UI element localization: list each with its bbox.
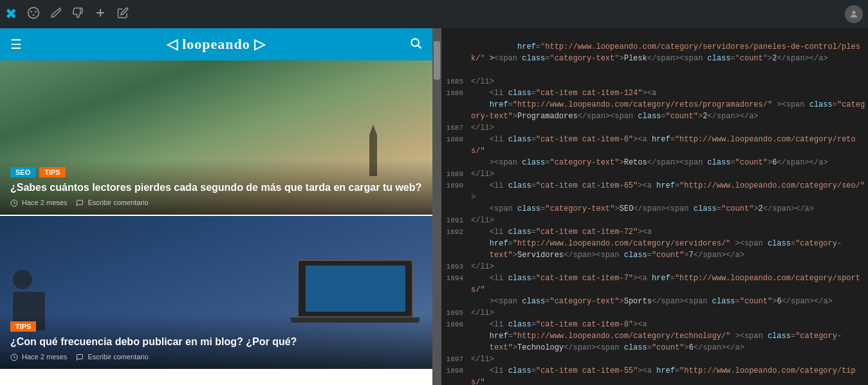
code-panel: href="http://www.loopeando.com/category/…	[441, 28, 868, 385]
code-line: 1686 <li class="cat-item cat-item-124"><…	[441, 87, 868, 99]
line-content: <span class="category-text">SEO</span><s…	[471, 203, 865, 215]
line-content: href="http://www.loopeando.com/category/…	[471, 330, 865, 342]
line-number: 1693	[444, 261, 471, 273]
line-content: text">Technology</span><span class="coun…	[471, 342, 865, 354]
article-card-1[interactable]: SEO TIPS ¿Sabes cuántos lectores pierdes…	[0, 60, 432, 215]
line-number: 1689	[444, 168, 471, 180]
line-number: 1685	[444, 76, 471, 87]
quill-icon[interactable]	[50, 7, 62, 22]
scrollbar-divider[interactable]	[432, 28, 441, 385]
pencil-icon[interactable]	[117, 7, 129, 22]
article-meta-1: Hace 2 meses Escribir comentario	[10, 199, 422, 207]
svg-line-8	[418, 45, 421, 48]
line-content: </li>	[471, 76, 865, 87]
palette-icon[interactable]	[27, 6, 40, 22]
article-comment-1: Escribir comentario	[76, 199, 148, 207]
code-line: 1696 <li class="cat-item cat-item-8"><a	[441, 319, 868, 330]
line-content: </li>	[471, 261, 865, 273]
scrollbar-thumb[interactable]	[434, 41, 440, 80]
line-content: <li class="cat-item cat-item-6"><a href=…	[471, 134, 865, 157]
code-content[interactable]: href="http://www.loopeando.com/category/…	[441, 28, 868, 385]
article-tags-1: SEO TIPS	[10, 167, 422, 177]
line-number: 1691	[444, 215, 471, 226]
line-content: <li class="cat-item cat-item-65"><a href…	[471, 180, 865, 203]
code-line: 1693</li>	[441, 261, 868, 273]
article-time-1: Hace 2 meses	[10, 199, 67, 207]
code-line: href="http://www.loopeando.com/category/…	[441, 238, 868, 249]
code-line: 1698 <li class="cat-item cat-item-55"><a…	[441, 365, 868, 385]
article-card-2[interactable]: TIPS ¿Con qué frecuencia debo publicar e…	[0, 215, 432, 369]
line-number: 1698	[444, 365, 471, 377]
article-tags-2: TIPS	[10, 321, 422, 332]
line-content: <li class="cat-item cat-item-8"><a	[471, 319, 865, 330]
line-content: <li class="cat-item cat-item-7"><a href=…	[471, 273, 865, 296]
tag-seo[interactable]: SEO	[10, 167, 35, 177]
code-line: 1690 <li class="cat-item cat-item-65"><a…	[441, 180, 868, 203]
code-line: 1685</li>	[441, 76, 868, 87]
code-line: 1694 <li class="cat-item cat-item-7"><a …	[441, 273, 868, 296]
line-content: <li class="cat-item cat-item-72"><a	[471, 226, 865, 238]
line-content: </li>	[471, 168, 865, 180]
plus-icon[interactable]	[94, 6, 107, 22]
code-line-pre: href="http://www.loopeando.com/category/…	[441, 30, 868, 76]
line-number: 1697	[444, 354, 471, 365]
line-number: 1686	[444, 87, 471, 99]
code-line: 1697</li>	[441, 354, 868, 365]
line-content: text">Servidores</span><span class="coun…	[471, 249, 865, 261]
code-line: text">Technology</span><span class="coun…	[441, 342, 868, 354]
article-title-2: ¿Con qué frecuencia debo publicar en mi …	[10, 336, 422, 349]
code-line: 1689</li>	[441, 168, 868, 180]
line-number: 1692	[444, 226, 471, 238]
line-content: <li class="cat-item cat-item-124"><a	[471, 87, 865, 99]
hamburger-icon[interactable]: ☰	[10, 37, 22, 52]
svg-point-0	[28, 7, 39, 18]
line-number: 1687	[444, 122, 471, 134]
line-content: </li>	[471, 215, 865, 226]
svg-point-1	[30, 11, 32, 12]
tag-tips-2[interactable]: TIPS	[10, 321, 36, 332]
line-number: 1696	[444, 319, 471, 330]
line-number: 1690	[444, 180, 471, 192]
code-line: 1691</li>	[441, 215, 868, 226]
code-line: ><span class="category-text">Sports</spa…	[441, 296, 868, 307]
line-content: </li>	[471, 122, 865, 134]
code-line: 1695</li>	[441, 307, 868, 319]
search-icon[interactable]	[409, 37, 422, 53]
article-title-1: ¿Sabes cuántos lectores pierdes cada seg…	[10, 181, 422, 195]
article-meta-2: Hace 2 meses Escribir comentario	[10, 353, 422, 361]
line-number: 1688	[444, 134, 471, 145]
line-content: </li>	[471, 354, 865, 365]
article-time-2: Hace 2 meses	[10, 353, 67, 361]
code-line: 1688 <li class="cat-item cat-item-6"><a …	[441, 134, 868, 157]
tag-tips[interactable]: TIPS	[39, 167, 65, 177]
line-content: ><span class="category-text">Sports</spa…	[471, 296, 865, 307]
articles-container: SEO TIPS ¿Sabes cuántos lectores pierdes…	[0, 60, 432, 385]
line-content: href="http://www.loopeando.com/category/…	[471, 99, 865, 122]
article-overlay-1: SEO TIPS ¿Sabes cuántos lectores pierdes…	[0, 159, 432, 215]
svg-point-7	[411, 39, 419, 46]
admin-bar: ✖	[0, 0, 868, 28]
website-panel: ☰ ◁ loopeando ▷ SEO TIPS	[0, 28, 432, 385]
line-content: </li>	[471, 307, 865, 319]
svg-point-6	[852, 11, 855, 14]
article-overlay-2: TIPS ¿Con qué frecuencia debo publicar e…	[0, 314, 432, 369]
code-line: <span class="category-text">SEO</span><s…	[441, 203, 868, 215]
thumbsdown-icon[interactable]	[72, 7, 84, 22]
code-line: text">Servidores</span><span class="coun…	[441, 249, 868, 261]
line-number: 1695	[444, 307, 471, 319]
line-content: href="http://www.loopeando.com/category/…	[471, 238, 865, 249]
site-header: ☰ ◁ loopeando ▷	[0, 28, 432, 60]
code-line: 1687</li>	[441, 122, 868, 134]
code-line: href="http://www.loopeando.com/category/…	[441, 99, 868, 122]
code-line: href="http://www.loopeando.com/category/…	[441, 330, 868, 342]
article-comment-2: Escribir comentario	[76, 353, 148, 361]
site-logo: ◁ loopeando ▷	[167, 36, 266, 53]
user-icon[interactable]	[845, 5, 863, 23]
line-number: 1694	[444, 273, 471, 284]
svg-point-3	[33, 14, 35, 16]
main-container: ☰ ◁ loopeando ▷ SEO TIPS	[0, 28, 868, 385]
line-content: <li class="cat-item cat-item-55"><a href…	[471, 365, 865, 385]
line-content: ><span class="category-text">Retos</span…	[471, 157, 865, 168]
wordpress-icon[interactable]: ✖	[5, 6, 17, 22]
code-line: 1692 <li class="cat-item cat-item-72"><a	[441, 226, 868, 238]
